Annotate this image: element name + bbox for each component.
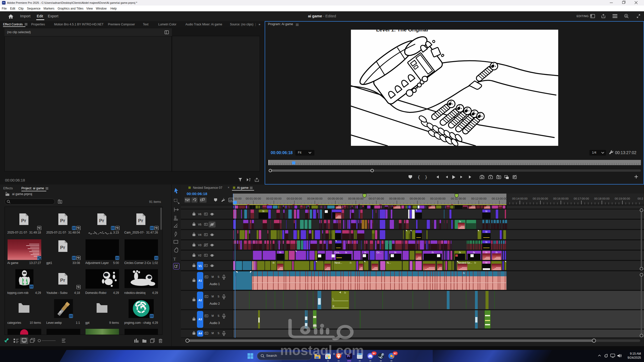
svg-text:V1: V1 [198, 264, 202, 267]
svg-text:00:10:00:00: 00:10:00:00 [430, 197, 446, 200]
svg-text:A3: A3 [198, 318, 202, 321]
svg-text:A4: A4 [198, 332, 202, 335]
svg-text:00:01:00:00: 00:01:00:00 [246, 197, 261, 200]
svg-text:00:07:00:00: 00:07:00:00 [369, 197, 384, 200]
svg-text:Pr: Pr [60, 218, 65, 223]
svg-text:S: S [218, 314, 219, 317]
svg-text:fx: fx [279, 251, 282, 254]
svg-text:00:18:00:00: 00:18:00:00 [594, 197, 610, 200]
svg-text:M: M [212, 332, 214, 335]
svg-text:fx: fx [486, 210, 488, 213]
svg-text:00:2: 00:2 [638, 197, 643, 200]
svg-text:fx: fx [350, 261, 352, 264]
svg-text:fx: fx [262, 210, 265, 213]
svg-text:Gr...: Gr... [377, 251, 382, 254]
svg-text:Gra...: Gra... [335, 251, 341, 254]
svg-text:Pr: Pr [60, 245, 65, 250]
svg-text:00:13:00:00: 00:13:00:00 [492, 197, 507, 200]
svg-text:R: R [333, 305, 334, 308]
svg-text:A2: A2 [198, 299, 202, 302]
svg-text:V3: V3 [198, 244, 201, 247]
svg-text:M: M [212, 275, 214, 278]
svg-text:T: T [173, 257, 176, 261]
svg-text:00:05:00:00: 00:05:00:00 [328, 197, 343, 200]
svg-text:00:04:00:00: 00:04:00:00 [307, 197, 323, 200]
svg-text:fx: fx [459, 251, 461, 254]
svg-text:fx: fx [459, 220, 461, 223]
svg-text:M: M [212, 314, 214, 317]
svg-text:00:06:00:00: 00:06:00:00 [348, 197, 364, 200]
svg-text:}: } [425, 175, 427, 180]
svg-text:M: M [212, 295, 214, 298]
svg-text:fx: fx [394, 251, 397, 254]
svg-text:00:17:00:00: 00:17:00:00 [574, 197, 589, 200]
svg-text:00:08:00:00: 00:08:00:00 [389, 197, 405, 200]
svg-text:A1: A1 [198, 279, 202, 282]
svg-text:V2: V2 [198, 254, 201, 257]
svg-text:00:16:00:00: 00:16:00:00 [553, 197, 569, 200]
svg-text:Level 1: The Original: Level 1: The Original [376, 30, 428, 32]
svg-text:fx: fx [273, 261, 275, 264]
svg-text:Pr: Pr [138, 218, 143, 223]
svg-text:00:03:00:00: 00:03:00:00 [287, 197, 302, 200]
svg-text:m: m [369, 195, 370, 196]
svg-text:00:09:00:00: 00:09:00:00 [410, 197, 425, 200]
svg-text:S: S [218, 275, 219, 278]
svg-text:00:11:00:00: 00:11:00:00 [451, 197, 466, 200]
svg-text:{: { [418, 175, 420, 180]
svg-text:S: S [218, 332, 219, 335]
svg-text:S: S [218, 295, 219, 298]
svg-text:00:12:00:00: 00:12:00:00 [471, 197, 487, 200]
svg-text:fx: fx [364, 251, 367, 254]
svg-text:fx: fx [474, 261, 476, 264]
svg-text:fx: fx [344, 291, 346, 294]
svg-text:CC: CC [229, 199, 233, 202]
svg-text:Pr: Pr [21, 218, 26, 223]
svg-text:fx: fx [463, 272, 465, 275]
svg-text:00:15:00:00: 00:15:00:00 [533, 197, 548, 200]
svg-text:fx: fx [432, 251, 434, 254]
svg-text:00:14:00:00: 00:14:00:00 [512, 197, 528, 200]
svg-text:00:19:00:00: 00:19:00:00 [615, 197, 630, 200]
svg-text:V5: V5 [198, 223, 201, 226]
svg-text:Audio 3: Audio 3 [210, 321, 220, 325]
svg-text:fx: fx [486, 231, 488, 233]
svg-text:Pr: Pr [99, 218, 104, 223]
svg-text:L: L [333, 298, 334, 300]
svg-text:Nest...: Nest... [335, 261, 342, 264]
svg-text:V4: V4 [198, 233, 201, 236]
svg-text:Audio 1: Audio 1 [210, 282, 220, 286]
svg-text:00:02:00:00: 00:02:00:00 [266, 197, 281, 200]
svg-text:N...: N... [387, 261, 391, 264]
svg-text:Audio 2: Audio 2 [210, 302, 220, 305]
svg-text:fx: fx [473, 251, 475, 254]
svg-text:Pr: Pr [60, 278, 65, 283]
svg-text:fx: fx [486, 241, 488, 244]
svg-text:fx: fx [345, 251, 347, 254]
svg-text:V6: V6 [198, 213, 201, 216]
